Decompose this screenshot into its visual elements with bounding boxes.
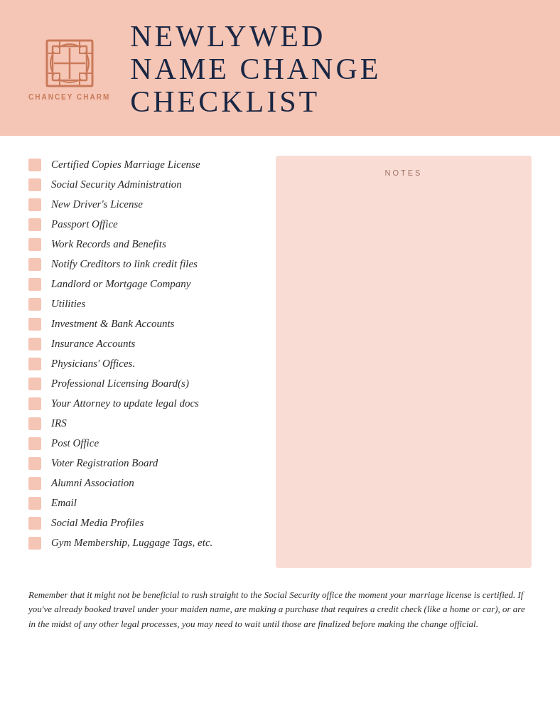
logo-area: CHANCEY CHARM (28, 38, 110, 101)
checkbox[interactable] (28, 537, 41, 550)
checklist-label: Social Media Profiles (51, 517, 144, 529)
checklist-item[interactable]: Work Records and Benefits (28, 235, 259, 254)
checkbox[interactable] (28, 318, 41, 331)
checklist-item[interactable]: Notify Creditors to link credit files (28, 255, 259, 274)
checklist-label: Voter Registration Board (51, 457, 158, 469)
checklist-label: New Driver's License (51, 198, 143, 210)
checklist-label: Physicians' Offices. (51, 358, 135, 370)
checkbox[interactable] (28, 397, 41, 410)
checkbox[interactable] (28, 477, 41, 490)
checklist-label: Your Attorney to update legal docs (51, 397, 199, 410)
checklist-item[interactable]: Alumni Association (28, 474, 259, 493)
checklist-label: Gym Membership, Luggage Tags, etc. (51, 537, 212, 549)
checklist-item[interactable]: Voter Registration Board (28, 454, 259, 473)
checklist-item[interactable]: IRS (28, 414, 259, 433)
checkbox[interactable] (28, 198, 41, 211)
header: CHANCEY CHARM NEWLYWED NAME CHANGE CHECK… (0, 0, 560, 136)
checkbox[interactable] (28, 417, 41, 430)
checklist-label: Notify Creditors to link credit files (51, 258, 198, 270)
notes-panel: NOTES (276, 156, 532, 568)
checklist-item[interactable]: Email (28, 494, 259, 513)
checklist-label: Email (51, 497, 77, 509)
checklist-item[interactable]: Utilities (28, 295, 259, 314)
checklist-item[interactable]: New Driver's License (28, 196, 259, 214)
checklist-item[interactable]: Gym Membership, Luggage Tags, etc. (28, 534, 259, 552)
checklist-label: Utilities (51, 298, 85, 310)
checklist-label: Post Office (51, 437, 99, 449)
checklist-item[interactable]: Physicians' Offices. (28, 355, 259, 373)
checklist-label: Alumni Association (51, 477, 134, 489)
title-area: NEWLYWED NAME CHANGE CHECKLIST (130, 20, 532, 119)
checkbox[interactable] (28, 278, 41, 291)
checklist-label: Certified Copies Marriage License (51, 159, 200, 171)
page: CHANCEY CHARM NEWLYWED NAME CHANGE CHECK… (0, 0, 560, 728)
checklist-item[interactable]: Landlord or Mortgage Company (28, 275, 259, 294)
checkbox[interactable] (28, 378, 41, 390)
checkbox[interactable] (28, 159, 41, 171)
checkbox[interactable] (28, 238, 41, 251)
notes-title: NOTES (385, 168, 423, 177)
checkbox[interactable] (28, 497, 41, 510)
checklist-label: Investment & Bank Accounts (51, 318, 174, 330)
checklist-item[interactable]: Professional Licensing Board(s) (28, 375, 259, 393)
checklist-item[interactable]: Passport Office (28, 215, 259, 234)
checklist-label: Professional Licensing Board(s) (51, 378, 189, 390)
checklist-item[interactable]: Social Security Administration (28, 176, 259, 194)
checkbox[interactable] (28, 258, 41, 271)
checkbox[interactable] (28, 457, 41, 470)
checklist-label: Insurance Accounts (51, 338, 135, 350)
checkbox[interactable] (28, 298, 41, 311)
checklist-label: IRS (51, 417, 67, 429)
checklist-item[interactable]: Your Attorney to update legal docs (28, 395, 259, 413)
checklist-item[interactable]: Social Media Profiles (28, 514, 259, 532)
checkbox[interactable] (28, 218, 41, 231)
brand-name: CHANCEY CHARM (28, 93, 110, 101)
checklist-item[interactable]: Insurance Accounts (28, 335, 259, 353)
checkbox[interactable] (28, 437, 41, 450)
checklist: Certified Copies Marriage LicenseSocial … (28, 156, 259, 552)
checklist-item[interactable]: Certified Copies Marriage License (28, 156, 259, 174)
checkbox[interactable] (28, 338, 41, 350)
footer-text: Remember that it might not be beneficial… (28, 582, 532, 646)
checkbox[interactable] (28, 358, 41, 370)
checkbox[interactable] (28, 178, 41, 191)
checklist-label: Social Security Administration (51, 178, 182, 191)
checklist-label: Passport Office (51, 218, 118, 230)
checklist-label: Landlord or Mortgage Company (51, 278, 191, 290)
checklist-item[interactable]: Investment & Bank Accounts (28, 315, 259, 333)
checklist-label: Work Records and Benefits (51, 238, 166, 250)
content: Certified Copies Marriage LicenseSocial … (0, 136, 560, 728)
checklist-item[interactable]: Post Office (28, 434, 259, 453)
checkbox[interactable] (28, 517, 41, 530)
main-section: Certified Copies Marriage LicenseSocial … (28, 156, 532, 568)
brand-logo (44, 38, 95, 89)
main-title: NEWLYWED NAME CHANGE CHECKLIST (130, 20, 532, 119)
